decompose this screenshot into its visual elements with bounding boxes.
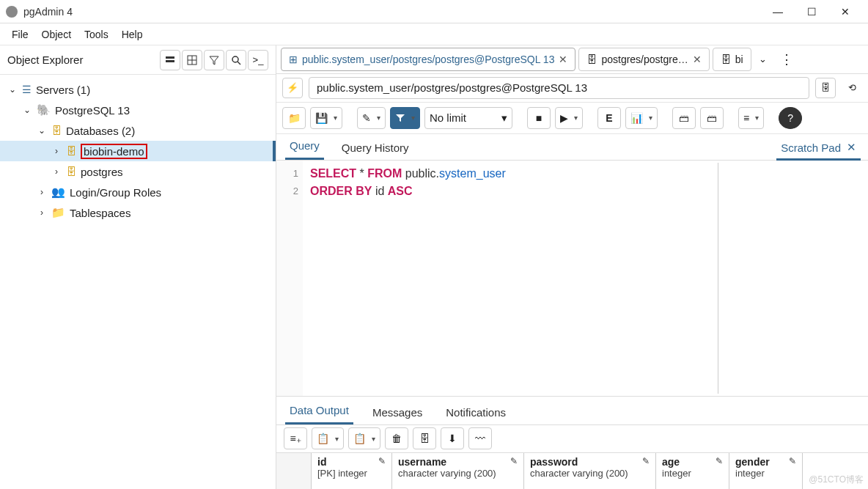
filter-button[interactable] — [390, 107, 420, 129]
tabs-more-icon[interactable]: ⋮ — [774, 51, 799, 67]
col-id[interactable]: id[PK] integer✎ — [312, 453, 392, 489]
tab-data-output[interactable]: Data Output — [285, 398, 353, 424]
close-icon[interactable]: ✕ — [559, 54, 567, 65]
db-icon[interactable]: 🗄 — [815, 78, 836, 98]
edit-icon[interactable]: ✎ — [789, 456, 796, 466]
macros-button[interactable]: ≡ — [738, 107, 764, 129]
tree-roles[interactable]: ›👥Login/Group Roles — [0, 182, 276, 202]
scratch-pad-panel — [718, 163, 868, 394]
window-controls: — ☐ ✕ — [761, 1, 862, 23]
download-icon[interactable]: ⬇ — [441, 427, 464, 449]
tabs-chevron-icon[interactable]: ⌄ — [754, 54, 771, 65]
svg-rect-1 — [166, 60, 174, 62]
output-toolbar: ≡₊ 📋 📋 🗑 🗄 ⬇ 〰 — [276, 425, 868, 454]
menu-tools[interactable]: Tools — [78, 26, 114, 43]
watermark: @51CTO博客 — [809, 474, 864, 486]
line-gutter: 12 — [276, 161, 303, 396]
connection-bar: ⚡ public.system_user/postgres/postgres@P… — [276, 74, 868, 103]
col-password[interactable]: passwordcharacter varying (200)✎ — [524, 453, 656, 489]
toolbar: 📁 💾 ✎ No limit▾ ■ ▶ E 📊 🗃 🗃 ≡ ? — [276, 103, 868, 134]
tab-query-history[interactable]: Query History — [337, 136, 413, 160]
tab-messages[interactable]: Messages — [368, 400, 427, 424]
sidebar-title: Object Explorer — [7, 54, 83, 66]
edit-icon[interactable]: ✎ — [378, 456, 386, 466]
svg-point-5 — [232, 56, 238, 62]
stop-button[interactable]: ■ — [527, 107, 551, 129]
menu-help[interactable]: Help — [116, 26, 149, 43]
connection-path[interactable]: public.system_user/postgres/postgres@Pos… — [309, 77, 809, 99]
analyze-button[interactable]: 📊 — [625, 107, 658, 129]
help-button[interactable]: ? — [779, 107, 802, 129]
row-header — [276, 453, 312, 489]
tab-3[interactable]: 🗄bi — [713, 48, 751, 71]
tab-1[interactable]: ⊞public.system_user/postgres/postgres@Po… — [281, 48, 575, 71]
svg-line-6 — [238, 62, 240, 65]
graph-icon[interactable]: 〰 — [468, 427, 492, 449]
connection-icon[interactable]: ⚡ — [282, 78, 303, 98]
col-username[interactable]: usernamecharacter varying (200)✎ — [392, 453, 524, 489]
close-button[interactable]: ✕ — [828, 1, 862, 23]
menubar: File Object Tools Help — [0, 23, 868, 45]
tab-notifications[interactable]: Notifications — [441, 400, 510, 424]
tab-query[interactable]: Query — [285, 133, 324, 160]
limit-select[interactable]: No limit▾ — [424, 107, 512, 129]
open-icon[interactable]: 📁 — [282, 107, 306, 129]
scratch-pad-tab[interactable]: Scratch Pad✕ — [776, 136, 861, 161]
add-row-icon[interactable]: ≡₊ — [284, 427, 307, 449]
svg-rect-0 — [166, 56, 174, 59]
tree-db-postgres[interactable]: ›🗄postgres — [0, 161, 276, 182]
save-button[interactable]: 💾 — [310, 107, 342, 129]
explain-button[interactable]: E — [597, 107, 621, 129]
execute-button[interactable]: ▶ — [555, 107, 583, 129]
close-icon[interactable]: ✕ — [847, 141, 856, 154]
tree-databases[interactable]: ⌄🗄Databases (2) — [0, 120, 276, 141]
terminal-icon[interactable]: >_ — [248, 50, 268, 70]
paste-icon[interactable]: 📋 — [348, 427, 380, 449]
tree-servers[interactable]: ⌄☰Servers (1) — [0, 79, 276, 100]
tab-2[interactable]: 🗄postgres/postgre…✕ — [578, 48, 709, 71]
app-icon — [6, 6, 18, 18]
col-age[interactable]: ageinteger✎ — [656, 453, 729, 489]
close-icon[interactable]: ✕ — [693, 54, 702, 65]
menu-file[interactable]: File — [6, 26, 34, 43]
editor-tabs: ⊞public.system_user/postgres/postgres@Po… — [276, 45, 868, 74]
commit-button[interactable]: 🗃 — [672, 107, 696, 129]
save-data-icon[interactable]: 🗄 — [413, 427, 436, 449]
refresh-icon[interactable]: ⟲ — [842, 78, 862, 98]
data-grid[interactable]: id[PK] integer✎ usernamecharacter varyin… — [276, 453, 868, 489]
window-title: pgAdmin 4 — [23, 6, 761, 18]
output-tabs: Data Output Messages Notifications — [276, 397, 868, 425]
edit-icon[interactable]: ✎ — [642, 456, 650, 466]
delete-icon[interactable]: 🗑 — [385, 427, 408, 449]
edit-button[interactable]: ✎ — [357, 107, 386, 129]
content-area: ⊞public.system_user/postgres/postgres@Po… — [276, 45, 868, 489]
rollback-button[interactable]: 🗃 — [700, 107, 724, 129]
object-explorer: Object Explorer >_ ⌄☰Servers (1) ⌄🐘Postg… — [0, 45, 276, 489]
search-icon[interactable] — [226, 50, 246, 70]
tree-postgresql[interactable]: ⌄🐘PostgreSQL 13 — [0, 100, 276, 120]
menu-object[interactable]: Object — [36, 26, 77, 43]
col-gender[interactable]: genderinteger✎ — [729, 453, 803, 489]
server-icon[interactable] — [160, 50, 180, 70]
edit-icon[interactable]: ✎ — [716, 456, 723, 466]
grid-icon[interactable] — [182, 50, 202, 70]
tree: ⌄☰Servers (1) ⌄🐘PostgreSQL 13 ⌄🗄Database… — [0, 75, 276, 227]
minimize-button[interactable]: — — [761, 1, 795, 23]
copy-icon[interactable]: 📋 — [312, 427, 344, 449]
edit-icon[interactable]: ✎ — [510, 456, 518, 466]
tree-db-biobin[interactable]: ›🗄biobin-demo — [0, 141, 276, 161]
titlebar: pgAdmin 4 — ☐ ✕ — [0, 0, 868, 23]
tree-tablespaces[interactable]: ›📁Tablespaces — [0, 202, 276, 223]
maximize-button[interactable]: ☐ — [795, 1, 828, 23]
filter-icon[interactable] — [204, 50, 224, 70]
